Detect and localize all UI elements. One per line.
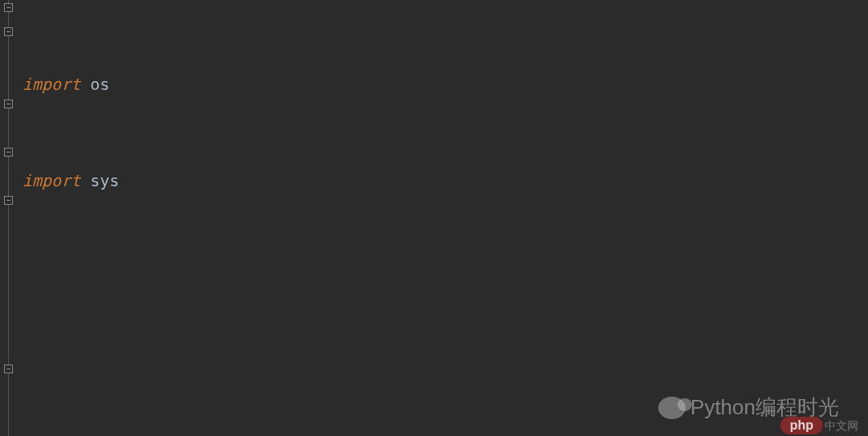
code-line: import sys: [18, 169, 868, 193]
code-line: [18, 265, 868, 289]
identifier: os: [80, 75, 109, 94]
code-editor[interactable]: import os import sys def example1(): som…: [0, 0, 868, 436]
code-area[interactable]: import os import sys def example1(): som…: [18, 0, 868, 436]
fold-marker-icon[interactable]: [4, 27, 13, 36]
keyword: import: [23, 171, 80, 190]
keyword: import: [23, 75, 80, 94]
fold-marker-icon[interactable]: [4, 148, 13, 157]
fold-marker-icon[interactable]: [4, 100, 13, 108]
fold-marker-icon[interactable]: [4, 3, 13, 12]
identifier: sys: [80, 171, 119, 190]
fold-marker-icon[interactable]: [4, 365, 13, 373]
fold-marker-icon[interactable]: [4, 196, 13, 205]
editor-gutter: [0, 0, 18, 436]
code-line: import os: [18, 72, 868, 96]
code-line: [18, 337, 868, 361]
